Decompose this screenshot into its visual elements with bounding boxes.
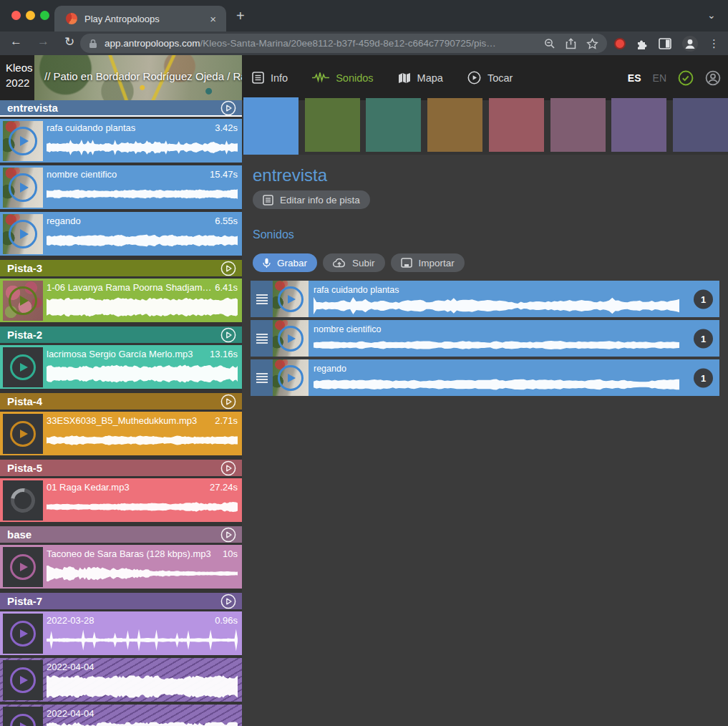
play-section-button[interactable] — [220, 527, 236, 543]
sidebar-clip[interactable]: 1-06 Lavanya Rama Poorna Shadjam Rupak..… — [0, 279, 242, 322]
extensions-puzzle-icon[interactable] — [636, 37, 649, 50]
play-section-button[interactable] — [220, 394, 236, 410]
play-section-button[interactable] — [220, 460, 236, 476]
browser-tab[interactable]: Play Antropoloops × — [54, 6, 226, 32]
sidebar-clip[interactable]: 2022-03-280.96s — [0, 611, 242, 655]
play-section-button[interactable] — [220, 594, 236, 609]
header-right: ES EN — [628, 55, 721, 100]
account-icon[interactable] — [705, 70, 721, 86]
macos-minimize-button[interactable] — [26, 11, 35, 20]
forward-button[interactable]: → — [37, 34, 49, 49]
sound-thumbnail[interactable] — [273, 281, 309, 317]
sidebar-clip[interactable]: 2022-04-04 — [0, 705, 242, 726]
waveform — [47, 296, 238, 319]
track-section-header-Pista-7[interactable]: Pista-7 — [0, 593, 242, 609]
reload-button[interactable]: ↻ — [64, 34, 74, 49]
import-button[interactable]: Importar — [391, 253, 465, 272]
sound-row[interactable]: rafa cuidando plantas1 — [251, 281, 719, 317]
clip-thumbnail[interactable] — [3, 347, 43, 387]
new-tab-button[interactable]: + — [236, 8, 245, 24]
track-section-header-Pista-5[interactable]: Pista-5 — [0, 460, 242, 476]
clip-thumbnail[interactable] — [3, 660, 43, 700]
track-section-header-Pista-4[interactable]: Pista-4 — [0, 393, 242, 410]
clip-thumbnail[interactable] — [3, 414, 43, 454]
sidebar-clip[interactable]: 01 Raga Kedar.mp327.24s — [0, 478, 242, 522]
side-panel-icon[interactable] — [659, 38, 671, 49]
sidebar-clip[interactable]: nombre cientifico15.47s — [0, 165, 242, 209]
lock-icon[interactable] — [89, 39, 97, 49]
play-clip-button[interactable] — [10, 421, 36, 447]
clip-thumbnail[interactable] — [3, 281, 43, 321]
sidebar-clip[interactable]: regando6.55s — [0, 212, 242, 256]
track-section-header-Pista-3[interactable]: Pista-3 — [0, 260, 242, 276]
sidebar-clip[interactable]: 2022-04-04 — [0, 658, 242, 702]
clip-thumbnail[interactable] — [3, 168, 43, 208]
track-tile-5[interactable] — [550, 98, 606, 152]
sound-row[interactable]: regando1 — [251, 359, 719, 396]
sidebar-clip[interactable]: Taconeo de Sara Baras (128 kbps).mp310s — [0, 545, 242, 589]
play-clip-button[interactable] — [278, 286, 304, 312]
play-clip-button[interactable] — [278, 326, 304, 352]
track-tile-6[interactable] — [611, 98, 666, 152]
track-tile-3[interactable] — [427, 98, 482, 152]
drag-handle[interactable] — [251, 320, 273, 357]
sidebar-clip[interactable]: lacrimosa Sergio García Merlo.mp313.16s — [0, 345, 242, 389]
play-clip-button[interactable] — [9, 173, 37, 202]
import-label: Importar — [419, 258, 455, 268]
sidebar-clip[interactable]: 33ESX6038_B5_Muthedukkum.mp32.71s — [0, 412, 242, 455]
drag-handle[interactable] — [251, 281, 273, 317]
clip-thumbnail[interactable] — [3, 121, 43, 161]
track-tile-2[interactable] — [366, 98, 421, 152]
lang-es-button[interactable]: ES — [628, 72, 641, 84]
play-clip-button[interactable] — [10, 714, 36, 726]
track-tile-7[interactable] — [673, 98, 728, 152]
play-clip-button[interactable] — [9, 127, 37, 155]
clip-thumbnail[interactable] — [3, 707, 43, 726]
play-clip-button[interactable] — [10, 667, 36, 693]
clip-thumbnail[interactable] — [3, 547, 43, 587]
play-clip-button[interactable] — [9, 220, 37, 248]
play-clip-button[interactable] — [10, 554, 36, 580]
drag-handle[interactable] — [251, 359, 273, 396]
zoom-out-icon[interactable] — [544, 38, 555, 49]
track-tile-4[interactable] — [489, 98, 544, 152]
track-tile-0[interactable] — [243, 97, 299, 155]
record-button[interactable]: Grabar — [253, 253, 317, 272]
record-extension-icon[interactable] — [614, 38, 626, 49]
play-clip-button[interactable] — [278, 365, 304, 391]
nav-item-info[interactable]: Info — [252, 72, 288, 84]
track-section-header-base[interactable]: base — [0, 526, 242, 543]
nav-item-sonidos[interactable]: Sonidos — [312, 72, 373, 84]
lang-en-button[interactable]: EN — [653, 72, 666, 84]
macos-zoom-button[interactable] — [40, 11, 49, 20]
tab-close-icon[interactable]: × — [207, 13, 219, 25]
play-section-button[interactable] — [220, 100, 236, 116]
clip-thumbnail[interactable] — [3, 480, 43, 521]
sound-row[interactable]: nombre cientifico1 — [251, 320, 719, 357]
play-section-button[interactable] — [220, 261, 236, 276]
profile-avatar-icon[interactable] — [681, 35, 699, 52]
track-tile-1[interactable] — [305, 98, 360, 152]
play-section-button[interactable] — [220, 327, 236, 343]
nav-item-mapa[interactable]: Mapa — [398, 72, 443, 84]
browser-menu-kebab-icon[interactable]: ⋮ — [709, 37, 719, 50]
share-icon[interactable] — [566, 38, 576, 49]
sound-thumbnail[interactable] — [273, 359, 309, 396]
sidebar-clip[interactable]: rafa cuidando plantas3.42s — [0, 119, 242, 163]
sound-thumbnail[interactable] — [273, 320, 309, 357]
play-clip-button[interactable] — [10, 354, 36, 380]
url-bar[interactable]: app.antropoloops.com/Kleos-Santa-Marina/… — [80, 34, 607, 53]
back-button[interactable]: ← — [10, 34, 22, 49]
play-clip-button[interactable] — [10, 621, 36, 647]
track-section-header-entrevista[interactable]: entrevista — [0, 100, 242, 117]
nav-item-tocar[interactable]: Tocar — [467, 71, 513, 84]
clip-thumbnail[interactable] — [3, 214, 43, 254]
macos-close-button[interactable] — [11, 11, 21, 20]
edit-track-info-button[interactable]: Editar info de pista — [253, 190, 370, 209]
track-section-header-Pista-2[interactable]: Pista-2 — [0, 326, 242, 343]
play-clip-button[interactable] — [9, 286, 37, 315]
clip-thumbnail[interactable] — [3, 614, 43, 654]
tab-search-chevron-icon[interactable]: ⌄ — [707, 9, 716, 21]
upload-button[interactable]: Subir — [323, 253, 385, 272]
bookmark-star-icon[interactable] — [586, 38, 598, 49]
